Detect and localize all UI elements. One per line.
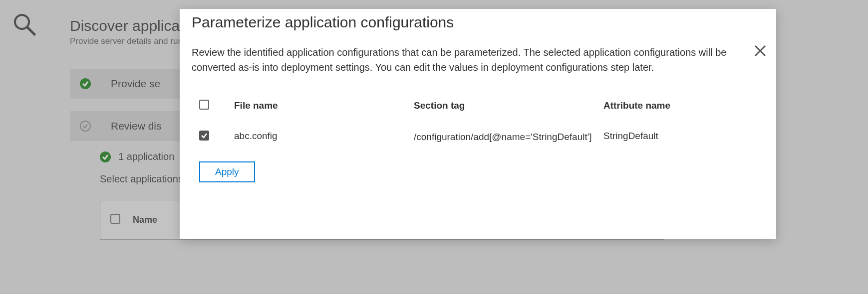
configurations-table: File name Section tag Attribute name abc… (199, 100, 764, 144)
cell-filename: abc.config (234, 131, 414, 142)
dialog-title: Parameterize application configurations (192, 14, 764, 31)
col-header-attribute: Attribute name (603, 100, 743, 111)
col-header-section: Section tag (414, 100, 603, 111)
dialog-description: Review the identified application config… (192, 45, 764, 75)
col-header-filename: File name (234, 100, 414, 111)
table-row: abc.config /configuration/add[@name='Str… (199, 131, 764, 144)
parameterize-dialog: Parameterize application configurations … (180, 9, 776, 239)
apply-button[interactable]: Apply (199, 161, 255, 182)
close-icon[interactable] (753, 44, 767, 58)
row-checkbox[interactable] (199, 131, 209, 141)
cell-section: /configuration/add[@name='StringDefault'… (414, 131, 603, 144)
select-all-checkbox[interactable] (199, 100, 209, 110)
cell-attribute: StringDefault (603, 131, 743, 142)
